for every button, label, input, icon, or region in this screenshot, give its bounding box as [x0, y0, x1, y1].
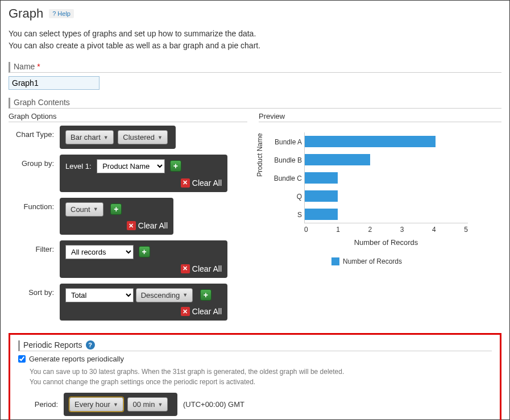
chart-type-label: Chart Type:: [9, 126, 60, 139]
chevron-down-icon: ▼: [157, 402, 163, 407]
periodic-reports-section: Periodic Reports ? Generate reports peri…: [9, 333, 501, 420]
filter-clear-all[interactable]: ✕ Clear All: [181, 264, 222, 273]
level-1-label: Level 1:: [65, 162, 92, 171]
bar-row: [305, 132, 468, 151]
bar-category-label: Bundle C: [262, 174, 302, 182]
bar-row: [305, 169, 468, 187]
graph-options-header: Graph Options: [9, 112, 247, 122]
close-icon: ✕: [127, 221, 136, 230]
add-group-button[interactable]: +: [170, 160, 181, 172]
function-label: Function:: [9, 198, 60, 211]
close-icon: ✕: [181, 178, 190, 188]
chevron-down-icon: ▼: [103, 135, 109, 140]
sort-clear-all[interactable]: ✕ Clear All: [181, 307, 222, 316]
bar: [305, 190, 338, 202]
chart-type-sub-dropdown[interactable]: Clustered▼: [118, 130, 168, 144]
function-dropdown[interactable]: Count▼: [65, 202, 103, 217]
period-minute-dropdown[interactable]: 00 min▼: [127, 397, 168, 411]
help-link[interactable]: Help: [49, 9, 74, 18]
name-section-header: Name *: [9, 62, 501, 73]
periodic-note: You can save up to 30 latest graphs. Whe…: [30, 367, 492, 387]
help-icon[interactable]: ?: [86, 340, 95, 350]
page-description: You can select types of graphs and set u…: [9, 28, 501, 52]
x-axis-label: Number of Records: [304, 238, 468, 247]
period-label: Period:: [18, 400, 58, 409]
group-by-label: Group by:: [9, 155, 60, 168]
group-by-clear-all[interactable]: ✕ Clear All: [181, 178, 222, 188]
x-tick: 3: [400, 226, 404, 234]
legend-label: Number of Records: [343, 257, 402, 265]
filter-label: Filter:: [9, 240, 60, 253]
bar: [305, 154, 370, 165]
chevron-down-icon: ▼: [113, 402, 118, 407]
group-by-select[interactable]: Product Name: [97, 159, 165, 173]
bar: [305, 172, 338, 184]
legend-swatch: [331, 257, 339, 265]
bar-category-label: Bundle A: [262, 138, 302, 146]
chart-type-main-dropdown[interactable]: Bar chart▼: [65, 130, 114, 144]
bar-category-label: Bundle B: [262, 156, 302, 164]
close-icon: ✕: [181, 307, 190, 316]
bar-row: [305, 151, 468, 169]
x-tick: 4: [432, 226, 436, 234]
bar: [305, 209, 338, 220]
graph-contents-header: Graph Contents: [9, 98, 501, 109]
bar-row: [305, 187, 468, 205]
legend: Number of Records: [259, 257, 475, 265]
preview-header: Preview: [259, 112, 501, 122]
add-sort-button[interactable]: +: [200, 289, 212, 301]
sort-by-select[interactable]: Total: [65, 288, 134, 302]
add-function-button[interactable]: +: [110, 203, 122, 215]
bar-category-label: Q: [262, 193, 302, 201]
generate-periodically-checkbox[interactable]: [18, 355, 26, 363]
bar-category-label: S: [262, 211, 302, 219]
required-asterisk: *: [37, 62, 40, 71]
period-frequency-dropdown[interactable]: Every hour▼: [69, 397, 123, 411]
periodic-header-label: Periodic Reports: [23, 340, 82, 350]
x-tick: 2: [368, 226, 372, 234]
desc-line-1: You can select types of graphs and set u…: [9, 28, 501, 40]
x-tick: 1: [336, 226, 340, 234]
close-icon: ✕: [181, 264, 190, 273]
x-tick: 0: [304, 226, 308, 234]
bar-row: [305, 205, 468, 223]
chevron-down-icon: ▼: [157, 135, 163, 140]
desc-line-2: You can also create a pivot table as wel…: [9, 40, 501, 52]
sort-by-label: Sort by:: [9, 284, 60, 297]
chevron-down-icon: ▼: [183, 292, 188, 298]
chevron-down-icon: ▼: [93, 206, 98, 212]
page-title: Graph: [9, 6, 43, 21]
filter-select[interactable]: All records: [65, 245, 134, 259]
add-filter-button[interactable]: +: [139, 246, 150, 257]
graph-name-input[interactable]: [9, 76, 99, 90]
chart-preview: Product Name Bundle ABundle BBundle CQS …: [259, 126, 475, 268]
x-tick: 5: [464, 226, 468, 234]
function-clear-all[interactable]: ✕ Clear All: [127, 221, 168, 230]
sort-order-dropdown[interactable]: Descending▼: [136, 288, 193, 302]
generate-periodically-label: Generate reports periodically: [29, 355, 124, 363]
bar: [305, 136, 436, 147]
period-timezone: (UTC+00:00) GMT: [183, 400, 244, 409]
